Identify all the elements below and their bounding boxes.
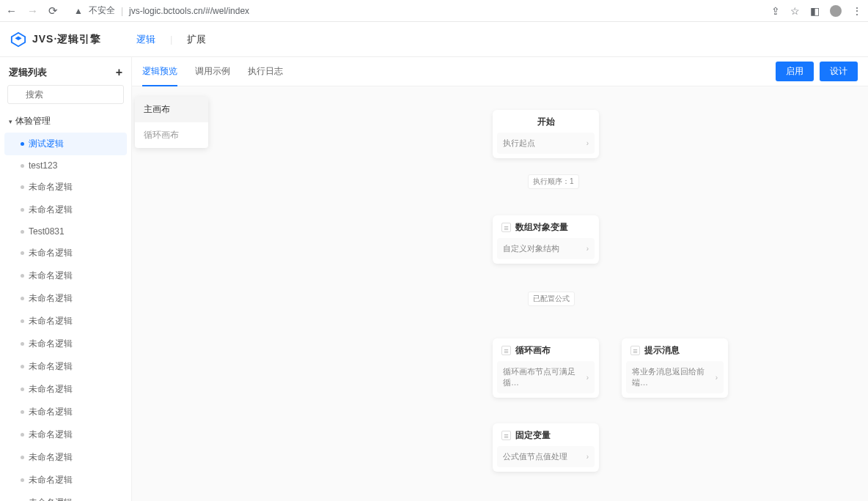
enable-button[interactable]: 启用 — [776, 62, 814, 81]
list-icon: ≡ — [501, 431, 511, 440]
sidebar-item[interactable]: 未命名逻辑 — [0, 446, 131, 469]
sidebar-title: 逻辑列表 — [9, 66, 47, 79]
design-button[interactable]: 设计 — [820, 62, 858, 81]
app-bar: JVS·逻辑引擎 逻辑 | 扩展 — [0, 22, 868, 57]
back-icon[interactable]: ← — [6, 4, 17, 17]
sidebar-item[interactable]: 未命名逻辑 — [0, 355, 131, 378]
sidebar-item[interactable]: 未命名逻辑 — [0, 491, 131, 501]
sidebar-item[interactable]: Test0831 — [0, 221, 131, 242]
sidebar-item[interactable]: 未命名逻辑 — [0, 469, 131, 491]
node-loop[interactable]: ≡循环画布 循环画布节点可满足循…› — [493, 338, 599, 398]
node-body[interactable]: 将业务消息返回给前端…› — [626, 361, 724, 393]
url-text: jvs-logic.bctools.cn/#/wel/index — [129, 6, 249, 16]
tab-preview[interactable]: 逻辑预览 — [142, 65, 177, 86]
node-fixed-var[interactable]: ≡固定变量 公式值节点值处理› — [493, 423, 599, 472]
sidebar-item[interactable]: 未命名逻辑 — [0, 198, 131, 221]
node-body[interactable]: 公式值节点值处理› — [497, 446, 595, 467]
list-icon: ≡ — [501, 346, 511, 355]
canvas-loop-tab[interactable]: 循环画布 — [135, 122, 208, 148]
sidebar-item[interactable]: 未命名逻辑 — [0, 310, 131, 333]
sidebar-item[interactable]: 未命名逻辑 — [0, 401, 131, 423]
sidebar-item[interactable]: 未命名逻辑 — [0, 242, 131, 264]
tree-group[interactable]: ▾ 体验管理 — [0, 110, 131, 133]
insecure-label: 不安全 — [89, 4, 115, 17]
star-icon[interactable]: ☆ — [790, 5, 800, 17]
top-nav-ext[interactable]: 扩展 — [187, 33, 206, 46]
sidebar-tree[interactable]: ▾ 体验管理 测试逻辑 test123 未命名逻辑 未命名逻辑 Test0831… — [0, 110, 131, 501]
node-body[interactable]: 执行起点› — [497, 133, 595, 154]
node-body[interactable]: 自定义对象结构› — [497, 238, 595, 259]
chevron-right-icon: › — [586, 374, 589, 382]
caret-down-icon: ▾ — [9, 118, 12, 125]
sidebar: 逻辑列表 + ⌕ ▾ 体验管理 测试逻辑 test123 未命名逻辑 未命名逻辑… — [0, 57, 132, 501]
canvas-switcher: 主画布 循环画布 — [135, 97, 208, 148]
sidebar-item[interactable]: 未命名逻辑 — [0, 333, 131, 355]
menu-icon[interactable]: ⋮ — [852, 5, 862, 17]
sidebar-item[interactable]: 未命名逻辑 — [0, 176, 131, 198]
add-logic-button[interactable]: + — [116, 66, 122, 79]
edge-label-seq: 执行顺序：1 — [528, 174, 579, 189]
sidebar-item[interactable]: test123 — [0, 155, 131, 176]
chevron-right-icon: › — [586, 453, 589, 461]
chevron-right-icon: › — [586, 139, 589, 147]
top-nav-logic[interactable]: 逻辑 — [136, 33, 155, 46]
node-message[interactable]: ≡提示消息 将业务消息返回给前端…› — [622, 338, 728, 398]
sidebar-item[interactable]: 测试逻辑 — [4, 133, 127, 155]
canvas[interactable]: 主画布 循环画布 执行顺序：1 已配 — [132, 86, 868, 501]
content: 逻辑预览 调用示例 执行日志 启用 设计 主画布 循环画布 — [132, 57, 868, 501]
insecure-icon: ▲ — [74, 6, 83, 16]
logo-icon — [10, 31, 26, 48]
node-body[interactable]: 循环画布节点可满足循…› — [497, 361, 595, 393]
logo-text: JVS·逻辑引擎 — [32, 33, 101, 46]
node-array-var[interactable]: ≡数组对象变量 自定义对象结构› — [493, 215, 599, 264]
chevron-right-icon: › — [716, 374, 718, 382]
edge-label-formula: 已配置公式 — [528, 292, 575, 306]
sidebar-item[interactable]: 未命名逻辑 — [0, 423, 131, 446]
avatar[interactable] — [830, 5, 842, 17]
sidebar-item[interactable]: 未命名逻辑 — [0, 287, 131, 310]
canvas-main-tab[interactable]: 主画布 — [135, 97, 208, 122]
tab-demo[interactable]: 调用示例 — [195, 65, 230, 78]
reload-icon[interactable]: ⟳ — [48, 4, 58, 18]
address-bar[interactable]: ▲ 不安全 | jvs-logic.bctools.cn/#/wel/index — [67, 4, 762, 17]
node-start[interactable]: 开始 执行起点› — [493, 110, 599, 158]
forward-icon[interactable]: → — [27, 4, 38, 17]
search-input[interactable] — [7, 85, 124, 104]
chevron-right-icon: › — [586, 245, 589, 253]
extension-icon[interactable]: ◧ — [810, 5, 820, 17]
browser-chrome: ← → ⟳ ▲ 不安全 | jvs-logic.bctools.cn/#/wel… — [0, 0, 868, 22]
share-icon[interactable]: ⇪ — [771, 5, 780, 17]
sidebar-item[interactable]: 未命名逻辑 — [0, 264, 131, 287]
list-icon: ≡ — [501, 223, 511, 232]
sidebar-item[interactable]: 未命名逻辑 — [0, 378, 131, 401]
list-icon: ≡ — [630, 346, 640, 355]
tab-logs[interactable]: 执行日志 — [248, 65, 283, 78]
